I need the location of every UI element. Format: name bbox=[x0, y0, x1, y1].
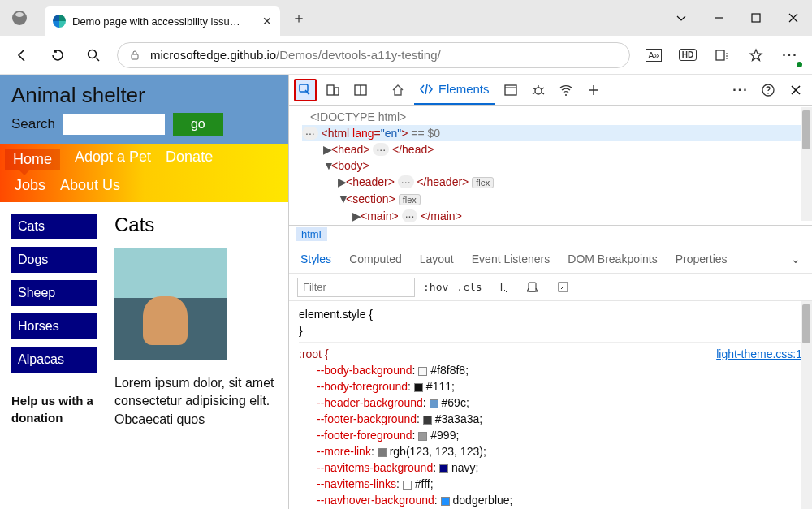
subtab-listeners[interactable]: Event Listeners bbox=[472, 252, 551, 265]
css-property[interactable]: --footer-background: #3a3a3a; bbox=[299, 411, 802, 427]
maximize-button[interactable] bbox=[737, 0, 775, 36]
sidebar-item-horses[interactable]: Horses bbox=[11, 313, 97, 339]
dom-tree[interactable]: <!DOCTYPE html> ··· <html lang="en"> == … bbox=[289, 106, 812, 225]
svg-rect-3 bbox=[716, 50, 724, 60]
subtab-props[interactable]: Properties bbox=[676, 252, 728, 265]
css-property[interactable]: --header-background: #69c; bbox=[299, 395, 802, 411]
styles-filter-row: :hov .cls bbox=[289, 274, 812, 301]
url-host: microsoftedge.github.io bbox=[150, 48, 276, 62]
content-heading: Cats bbox=[114, 214, 280, 236]
go-button[interactable]: go bbox=[173, 113, 223, 136]
browser-tab[interactable]: Demo page with accessibility issu… ✕ bbox=[45, 6, 280, 36]
site-header: Animal shelter Search go bbox=[0, 75, 288, 144]
device-icon[interactable] bbox=[521, 276, 544, 299]
device-toolbar-icon[interactable] bbox=[322, 79, 344, 101]
url-path: /Demos/devtools-a11y-testing/ bbox=[276, 48, 441, 62]
styles-subtabs: Styles Computed Layout Event Listeners D… bbox=[289, 244, 812, 274]
toggle-common-rendering-icon[interactable] bbox=[552, 276, 575, 299]
css-property[interactable]: --navitems-background: navy; bbox=[299, 459, 802, 476]
devtools-panel: Elements ··· <!DOCTYPE html> ··· <html l… bbox=[288, 75, 812, 509]
search-label: Search bbox=[11, 116, 55, 132]
source-link[interactable]: light-theme.css:1 bbox=[716, 346, 802, 362]
address-bar[interactable]: microsoftedge.github.io/Demos/devtools-a… bbox=[117, 42, 630, 68]
nav-adopt[interactable]: Adopt a Pet bbox=[75, 149, 151, 170]
inspect-element-icon[interactable] bbox=[294, 79, 317, 101]
svg-rect-6 bbox=[335, 88, 339, 95]
css-property[interactable]: --navitems-links: #fff; bbox=[299, 476, 802, 492]
breadcrumb[interactable]: html bbox=[289, 225, 812, 244]
svg-rect-8 bbox=[505, 85, 516, 95]
svg-rect-13 bbox=[529, 283, 536, 291]
subtab-layout[interactable]: Layout bbox=[420, 252, 454, 265]
subtab-styles[interactable]: Styles bbox=[300, 252, 331, 265]
new-tab-button[interactable]: ＋ bbox=[287, 6, 311, 30]
nav-donate[interactable]: Donate bbox=[166, 149, 213, 170]
back-button[interactable] bbox=[10, 43, 34, 67]
read-aloud-icon[interactable]: A» bbox=[641, 43, 666, 67]
close-window-button[interactable] bbox=[775, 0, 812, 36]
category-sidebar: Cats Dogs Sheep Horses Alpacas Help us w… bbox=[11, 214, 97, 429]
svg-point-10 bbox=[565, 94, 567, 96]
application-icon[interactable] bbox=[499, 79, 522, 101]
nav-jobs[interactable]: Jobs bbox=[15, 177, 45, 194]
donation-cta[interactable]: Help us with a donation bbox=[11, 392, 97, 426]
more-tools-icon[interactable]: ··· bbox=[729, 79, 752, 101]
subtab-dombp[interactable]: DOM Breakpoints bbox=[568, 252, 657, 265]
chevron-down-icon[interactable] bbox=[663, 0, 700, 36]
page-title: Animal shelter bbox=[11, 83, 277, 108]
svg-point-9 bbox=[535, 88, 542, 94]
element-style-rule[interactable]: element.style { } bbox=[299, 306, 802, 339]
subtab-computed[interactable]: Computed bbox=[349, 252, 402, 265]
cat-image bbox=[114, 248, 227, 360]
devtools-tabbar: Elements ··· bbox=[289, 75, 812, 106]
refresh-button[interactable] bbox=[45, 43, 70, 67]
welcome-tab-icon[interactable] bbox=[387, 79, 409, 101]
sidebar-item-alpacas[interactable]: Alpacas bbox=[11, 347, 97, 373]
nav-home[interactable]: Home bbox=[5, 149, 60, 170]
css-property[interactable]: --footer-foreground: #999; bbox=[299, 427, 802, 443]
help-icon[interactable] bbox=[757, 79, 780, 101]
hov-toggle[interactable]: :hov bbox=[423, 281, 448, 293]
nav-about[interactable]: About Us bbox=[60, 177, 120, 194]
close-devtools-icon[interactable] bbox=[784, 79, 807, 101]
minimize-button[interactable] bbox=[700, 0, 737, 36]
more-icon[interactable]: ··· bbox=[778, 43, 802, 67]
edge-icon bbox=[53, 15, 66, 28]
profile-icon[interactable] bbox=[12, 11, 27, 25]
tab-elements[interactable]: Elements bbox=[414, 75, 495, 105]
svg-rect-0 bbox=[752, 14, 760, 22]
title-bar: Demo page with accessibility issu… ✕ ＋ bbox=[0, 0, 812, 36]
body-text: Lorem ipsum dolor, sit amet consectetur … bbox=[114, 374, 280, 429]
css-property[interactable]: --navhover-background: dodgerblue; bbox=[299, 492, 802, 508]
styles-panel[interactable]: element.style { } :root { light-theme.cs… bbox=[289, 301, 812, 509]
code-icon bbox=[419, 82, 434, 97]
main-nav: Home Adopt a Pet Donate Jobs About Us bbox=[0, 144, 288, 202]
favorite-icon[interactable] bbox=[744, 43, 768, 67]
lock-icon bbox=[129, 50, 140, 61]
svg-point-12 bbox=[767, 93, 769, 94]
search-input[interactable] bbox=[63, 114, 165, 135]
filter-input[interactable] bbox=[297, 278, 415, 297]
css-property[interactable]: --body-foreground: #111; bbox=[299, 378, 802, 395]
sidebar-item-dogs[interactable]: Dogs bbox=[11, 247, 97, 273]
tab-title: Demo page with accessibility issu… bbox=[72, 15, 256, 28]
search-icon[interactable] bbox=[81, 43, 106, 67]
svg-point-1 bbox=[89, 50, 97, 58]
sidebar-item-sheep[interactable]: Sheep bbox=[11, 280, 97, 306]
new-style-rule-icon[interactable] bbox=[490, 276, 513, 299]
network-icon[interactable] bbox=[555, 79, 577, 101]
chevron-down-icon[interactable]: ⌄ bbox=[791, 252, 801, 265]
collections-icon[interactable] bbox=[710, 43, 734, 67]
rendered-page: Animal shelter Search go Home Adopt a Pe… bbox=[0, 75, 288, 509]
add-tab-icon[interactable] bbox=[582, 79, 605, 101]
url-bar-row: microsoftedge.github.io/Demos/devtools-a… bbox=[0, 36, 812, 75]
svg-rect-5 bbox=[327, 85, 334, 95]
css-property[interactable]: --more-link: rgb(123, 123, 123); bbox=[299, 443, 802, 459]
panel-layout-icon[interactable] bbox=[349, 79, 372, 101]
cls-toggle[interactable]: .cls bbox=[456, 281, 482, 293]
sidebar-item-cats[interactable]: Cats bbox=[11, 214, 97, 239]
hd-icon[interactable]: HD bbox=[676, 43, 700, 67]
css-property[interactable]: --body-background: #f8f8f8; bbox=[299, 362, 802, 378]
bug-icon[interactable] bbox=[527, 79, 550, 101]
tab-close-icon[interactable]: ✕ bbox=[262, 15, 272, 28]
